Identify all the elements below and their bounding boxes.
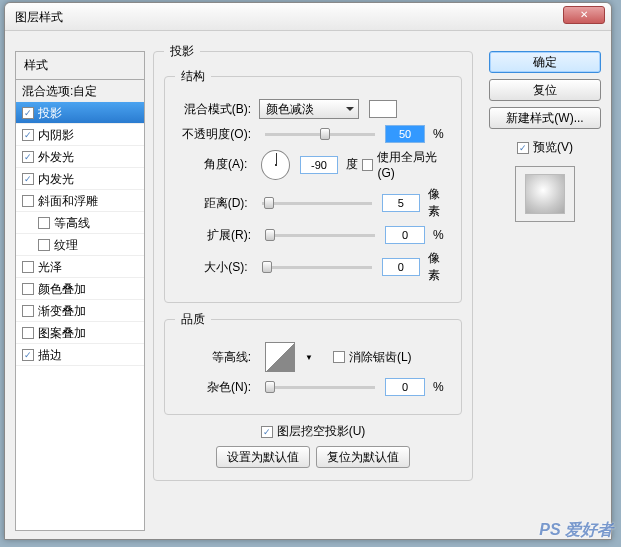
blend-mode-combo[interactable]: 颜色减淡 xyxy=(259,99,359,119)
structure-group: 结构 混合模式(B): 颜色减淡 不透明度(O): 50 % 角度(A): xyxy=(164,68,462,303)
preview-row: ✓ 预览(V) xyxy=(489,139,601,156)
shadow-color-swatch[interactable] xyxy=(369,100,397,118)
styles-panel: 样式 混合选项:自定✓投影✓内阴影✓外发光✓内发光斜面和浮雕等高线纹理光泽颜色叠… xyxy=(15,51,145,529)
size-unit: 像素 xyxy=(428,250,451,284)
spread-label: 扩展(R): xyxy=(175,227,255,244)
style-item-label: 光泽 xyxy=(38,256,62,278)
distance-slider[interactable] xyxy=(262,202,372,205)
style-item-9[interactable]: 颜色叠加 xyxy=(16,278,144,300)
main-panel: 投影 结构 混合模式(B): 颜色减淡 不透明度(O): 50 % xyxy=(153,43,473,529)
style-item-label: 等高线 xyxy=(54,212,90,234)
style-item-check[interactable] xyxy=(22,327,34,339)
style-item-4[interactable]: ✓内发光 xyxy=(16,168,144,190)
style-item-2[interactable]: ✓内阴影 xyxy=(16,124,144,146)
style-item-3[interactable]: ✓外发光 xyxy=(16,146,144,168)
antialias-check[interactable] xyxy=(333,351,345,363)
style-item-10[interactable]: 渐变叠加 xyxy=(16,300,144,322)
contour-row: 等高线: ▼ 消除锯齿(L) xyxy=(175,342,451,372)
style-item-label: 渐变叠加 xyxy=(38,300,86,322)
angle-unit: 度 xyxy=(346,156,358,173)
style-item-label: 颜色叠加 xyxy=(38,278,86,300)
cancel-button[interactable]: 复位 xyxy=(489,79,601,101)
knockout-label: 图层挖空投影(U) xyxy=(277,423,366,440)
distance-input[interactable]: 5 xyxy=(382,194,420,212)
angle-row: 角度(A): -90 度 使用全局光(G) xyxy=(175,149,451,180)
quality-title: 品质 xyxy=(175,311,211,328)
style-item-check[interactable] xyxy=(38,239,50,251)
contour-swatch[interactable] xyxy=(265,342,295,372)
opacity-label: 不透明度(O): xyxy=(175,126,255,143)
styles-list: 混合选项:自定✓投影✓内阴影✓外发光✓内发光斜面和浮雕等高线纹理光泽颜色叠加渐变… xyxy=(15,79,145,531)
opacity-unit: % xyxy=(433,127,444,141)
style-item-check[interactable]: ✓ xyxy=(22,349,34,361)
style-item-label: 斜面和浮雕 xyxy=(38,190,98,212)
style-item-6[interactable]: 等高线 xyxy=(16,212,144,234)
knockout-check[interactable]: ✓ xyxy=(261,426,273,438)
style-item-label: 混合选项:自定 xyxy=(22,80,97,102)
preview-swatch xyxy=(515,166,575,222)
angle-input[interactable]: -90 xyxy=(300,156,338,174)
style-item-label: 纹理 xyxy=(54,234,78,256)
titlebar[interactable]: 图层样式 ✕ xyxy=(5,3,611,31)
styles-header: 样式 xyxy=(15,51,145,79)
watermark: PS 爱好者 xyxy=(539,520,613,541)
layer-style-dialog: 图层样式 ✕ 样式 混合选项:自定✓投影✓内阴影✓外发光✓内发光斜面和浮雕等高线… xyxy=(4,2,612,540)
distance-row: 距离(D): 5 像素 xyxy=(175,186,451,220)
style-item-check[interactable] xyxy=(38,217,50,229)
spread-input[interactable]: 0 xyxy=(385,226,425,244)
noise-input[interactable]: 0 xyxy=(385,378,425,396)
window-title: 图层样式 xyxy=(15,10,63,24)
style-item-check[interactable]: ✓ xyxy=(22,151,34,163)
style-item-check[interactable]: ✓ xyxy=(22,107,34,119)
style-item-11[interactable]: 图案叠加 xyxy=(16,322,144,344)
chevron-down-icon[interactable]: ▼ xyxy=(305,353,313,362)
style-item-12[interactable]: ✓描边 xyxy=(16,344,144,366)
spread-row: 扩展(R): 0 % xyxy=(175,226,451,244)
style-item-check[interactable] xyxy=(22,261,34,273)
preview-label: 预览(V) xyxy=(533,139,573,156)
size-label: 大小(S): xyxy=(175,259,252,276)
opacity-input[interactable]: 50 xyxy=(385,125,425,143)
style-item-0[interactable]: 混合选项:自定 xyxy=(16,80,144,102)
size-slider[interactable] xyxy=(262,266,372,269)
drop-shadow-group: 投影 结构 混合模式(B): 颜色减淡 不透明度(O): 50 % xyxy=(153,43,473,481)
drop-shadow-title: 投影 xyxy=(164,43,200,60)
size-input[interactable]: 0 xyxy=(382,258,420,276)
style-item-check[interactable]: ✓ xyxy=(22,129,34,141)
dialog-content: 样式 混合选项:自定✓投影✓内阴影✓外发光✓内发光斜面和浮雕等高线纹理光泽颜色叠… xyxy=(5,31,611,539)
contour-label: 等高线: xyxy=(175,349,255,366)
style-item-check[interactable]: ✓ xyxy=(22,173,34,185)
style-item-label: 内发光 xyxy=(38,168,74,190)
style-item-1[interactable]: ✓投影 xyxy=(16,102,144,124)
style-item-label: 图案叠加 xyxy=(38,322,86,344)
ok-button[interactable]: 确定 xyxy=(489,51,601,73)
blend-mode-row: 混合模式(B): 颜色减淡 xyxy=(175,99,451,119)
blend-mode-label: 混合模式(B): xyxy=(175,101,255,118)
global-light-check[interactable] xyxy=(362,159,374,171)
make-default-button[interactable]: 设置为默认值 xyxy=(216,446,310,468)
new-style-button[interactable]: 新建样式(W)... xyxy=(489,107,601,129)
noise-label: 杂色(N): xyxy=(175,379,255,396)
distance-label: 距离(D): xyxy=(175,195,252,212)
style-item-5[interactable]: 斜面和浮雕 xyxy=(16,190,144,212)
size-row: 大小(S): 0 像素 xyxy=(175,250,451,284)
style-item-label: 内阴影 xyxy=(38,124,74,146)
opacity-slider[interactable] xyxy=(265,133,375,136)
close-button[interactable]: ✕ xyxy=(563,6,605,24)
preview-check[interactable]: ✓ xyxy=(517,142,529,154)
spread-slider[interactable] xyxy=(265,234,375,237)
noise-slider[interactable] xyxy=(265,386,375,389)
style-item-check[interactable] xyxy=(22,195,34,207)
reset-default-button[interactable]: 复位为默认值 xyxy=(316,446,410,468)
style-item-check[interactable] xyxy=(22,283,34,295)
preview-thumbnail xyxy=(525,174,565,214)
noise-unit: % xyxy=(433,380,444,394)
opacity-row: 不透明度(O): 50 % xyxy=(175,125,451,143)
global-light-label: 使用全局光(G) xyxy=(377,149,451,180)
angle-dial[interactable] xyxy=(261,150,290,180)
style-item-check[interactable] xyxy=(22,305,34,317)
style-item-7[interactable]: 纹理 xyxy=(16,234,144,256)
style-item-8[interactable]: 光泽 xyxy=(16,256,144,278)
quality-group: 品质 等高线: ▼ 消除锯齿(L) 杂色(N): 0 % xyxy=(164,311,462,415)
style-item-label: 投影 xyxy=(38,102,62,124)
